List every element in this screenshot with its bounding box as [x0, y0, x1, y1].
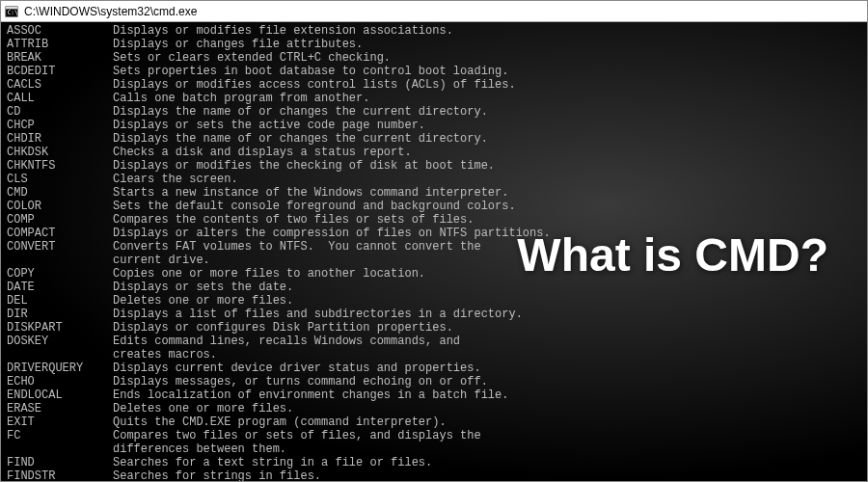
command-row: BREAKSets or clears extended CTRL+C chec…: [7, 51, 861, 65]
command-description: Displays messages, or turns command echo…: [113, 375, 861, 388]
command-row: ASSOCDisplays or modifies file extension…: [7, 24, 861, 38]
command-name: EXIT: [7, 415, 113, 429]
command-name: CALL: [7, 92, 113, 105]
command-name: CHCP: [7, 119, 113, 132]
command-row-continuation: creates macros.: [7, 348, 861, 362]
command-row: DATEDisplays or sets the date.: [7, 281, 861, 294]
command-name: ATTRIB: [7, 38, 113, 51]
command-description: differences between them.: [7, 442, 861, 456]
command-row: ERASEDeletes one or more files.: [7, 402, 861, 415]
cmd-icon: C:\: [5, 5, 18, 18]
command-description: Sets the default console foreground and …: [113, 200, 861, 213]
cmd-window: C:\ C:\WINDOWS\system32\cmd.exe ASSOCDis…: [0, 0, 868, 482]
command-description: current drive.: [7, 254, 861, 267]
command-description: Displays or sets the active code page nu…: [113, 119, 861, 132]
command-row: DELDeletes one or more files.: [7, 294, 861, 308]
command-name: CACLS: [7, 78, 113, 92]
command-description: Edits command lines, recalls Windows com…: [113, 335, 861, 348]
command-row: COMPCompares the contents of two files o…: [7, 213, 861, 227]
command-description: Deletes one or more files.: [113, 294, 861, 308]
command-description: Compares two files or sets of files, and…: [113, 429, 861, 442]
command-description: Displays the name of or changes the curr…: [113, 132, 861, 146]
command-row: CONVERTConverts FAT volumes to NTFS. You…: [7, 240, 861, 254]
command-row: FINDSearches for a text string in a file…: [7, 456, 861, 469]
command-row: CHCPDisplays or sets the active code pag…: [7, 119, 861, 132]
command-name: COPY: [7, 267, 113, 281]
command-row-continuation: current drive.: [7, 254, 861, 267]
command-row: CALLCalls one batch program from another…: [7, 92, 861, 105]
command-row: EXITQuits the CMD.EXE program (command i…: [7, 415, 861, 429]
command-row: CLSClears the screen.: [7, 173, 861, 186]
command-name: CD: [7, 105, 113, 119]
command-description: Displays or modifies file extension asso…: [113, 24, 861, 38]
command-description: Displays the name of or changes the curr…: [113, 105, 861, 119]
command-row: DOSKEYEdits command lines, recalls Windo…: [7, 335, 861, 348]
command-row: CDDisplays the name of or changes the cu…: [7, 105, 861, 119]
command-name: DRIVERQUERY: [7, 362, 113, 375]
command-description: Displays or configures Disk Partition pr…: [113, 321, 861, 335]
command-description: Quits the CMD.EXE program (command inter…: [113, 415, 861, 429]
command-description: Converts FAT volumes to NTFS. You cannot…: [113, 240, 861, 254]
command-description: Copies one or more files to another loca…: [113, 267, 861, 281]
command-name: BCDEDIT: [7, 65, 113, 78]
command-name: COLOR: [7, 200, 113, 213]
command-description: Displays or sets the date.: [113, 281, 861, 294]
command-description: Displays or modifies the checking of dis…: [113, 159, 861, 173]
command-name: ECHO: [7, 375, 113, 388]
command-name: FC: [7, 429, 113, 442]
command-row: DRIVERQUERYDisplays current device drive…: [7, 362, 861, 375]
command-row: CHDIRDisplays the name of or changes the…: [7, 132, 861, 146]
command-row: DISKPARTDisplays or configures Disk Part…: [7, 321, 861, 335]
command-name: CHKDSK: [7, 146, 113, 159]
command-description: Displays a list of files and subdirector…: [113, 308, 861, 321]
command-name: DISKPART: [7, 321, 113, 335]
command-row: COPYCopies one or more files to another …: [7, 267, 861, 281]
command-name: DATE: [7, 281, 113, 294]
command-row: ENDLOCALEnds localization of environment…: [7, 388, 861, 402]
command-description: Compares the contents of two files or se…: [113, 213, 861, 227]
command-row: CMDStarts a new instance of the Windows …: [7, 186, 861, 200]
command-row: ECHODisplays messages, or turns command …: [7, 375, 861, 388]
window-title: C:\WINDOWS\system32\cmd.exe: [24, 5, 197, 18]
svg-text:C:\: C:\: [8, 8, 18, 14]
command-name: BREAK: [7, 51, 113, 65]
command-description: Searches for a text string in a file or …: [113, 456, 861, 469]
command-description: Deletes one or more files.: [113, 402, 861, 415]
command-name: DIR: [7, 308, 113, 321]
command-row-continuation: differences between them.: [7, 442, 861, 456]
command-description: Ends localization of environment changes…: [113, 388, 861, 402]
command-name: FINDSTR: [7, 469, 113, 481]
command-description: creates macros.: [7, 348, 861, 362]
command-name: CLS: [7, 173, 113, 186]
command-description: Calls one batch program from another.: [113, 92, 861, 105]
command-description: Checks a disk and displays a status repo…: [113, 146, 861, 159]
command-name: ASSOC: [7, 24, 113, 38]
command-row: CHKNTFSDisplays or modifies the checking…: [7, 159, 861, 173]
command-description: Clears the screen.: [113, 173, 861, 186]
command-description: Displays or changes file attributes.: [113, 38, 861, 51]
command-name: COMP: [7, 213, 113, 227]
command-row: ATTRIBDisplays or changes file attribute…: [7, 38, 861, 51]
command-name: CHKNTFS: [7, 159, 113, 173]
command-row: BCDEDITSets properties in boot database …: [7, 65, 861, 78]
command-row: CHKDSKChecks a disk and displays a statu…: [7, 146, 861, 159]
command-row: DIRDisplays a list of files and subdirec…: [7, 308, 861, 321]
command-name: FIND: [7, 456, 113, 469]
command-row: CACLSDisplays or modifies access control…: [7, 78, 861, 92]
command-row: COMPACTDisplays or alters the compressio…: [7, 227, 861, 240]
command-row: FINDSTRSearches for strings in files.: [7, 469, 861, 481]
command-description: Starts a new instance of the Windows com…: [113, 186, 861, 200]
command-name: ENDLOCAL: [7, 388, 113, 402]
command-name: CMD: [7, 186, 113, 200]
command-description: Searches for strings in files.: [113, 469, 861, 481]
command-description: Sets properties in boot database to cont…: [113, 65, 861, 78]
title-bar[interactable]: C:\ C:\WINDOWS\system32\cmd.exe: [1, 1, 867, 22]
command-name: DOSKEY: [7, 335, 113, 348]
command-description: Displays or modifies access control list…: [113, 78, 861, 92]
command-name: COMPACT: [7, 227, 113, 240]
command-name: DEL: [7, 294, 113, 308]
command-description: Displays or alters the compression of fi…: [113, 227, 861, 240]
terminal-output[interactable]: ASSOCDisplays or modifies file extension…: [1, 22, 867, 481]
command-description: Sets or clears extended CTRL+C checking.: [113, 51, 861, 65]
command-row: COLORSets the default console foreground…: [7, 200, 861, 213]
